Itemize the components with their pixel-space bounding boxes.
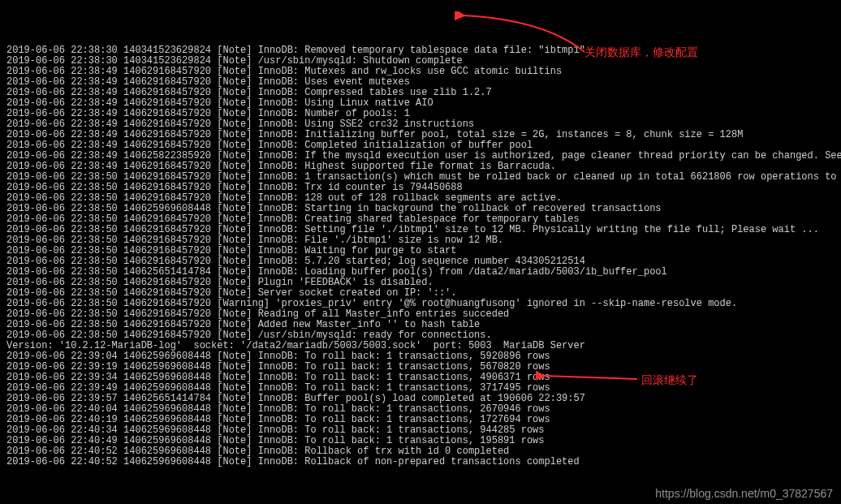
watermark: https://blog.csdn.net/m0_37827567 (655, 489, 833, 499)
annotation-shutdown: 关闭数据库，修改配置 (584, 47, 698, 58)
annotation-rollback: 回滚继续了 (641, 375, 698, 386)
log-output: 2019-06-06 22:38:30 140341523629824 [Not… (6, 45, 835, 467)
log-line: 2019-06-06 22:40:52 140625969608448 [Not… (6, 457, 835, 467)
